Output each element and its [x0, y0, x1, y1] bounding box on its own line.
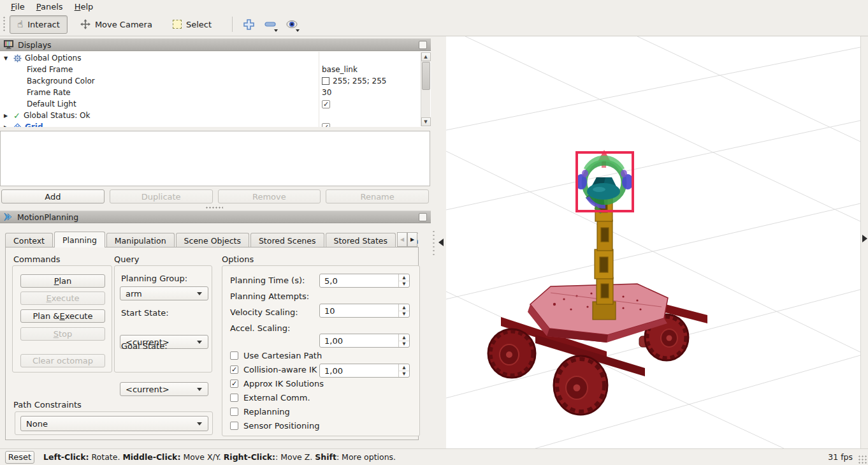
- tab-context[interactable]: Context: [5, 233, 53, 247]
- planning-attempts-spinbox[interactable]: 10 ▲▼: [319, 304, 410, 318]
- tree-row-fixed-frame[interactable]: Fixed Frame base_link: [0, 64, 431, 75]
- execute-button[interactable]: Execute: [20, 292, 105, 305]
- replanning-checkbox[interactable]: [230, 408, 238, 416]
- spin-arrows-icon[interactable]: ▲▼: [398, 304, 409, 317]
- collision-aware-ik-row: ✓ Collision-aware IK: [230, 365, 317, 374]
- approx-ik-solutions-row: ✓ Approx IK Solutions: [230, 379, 324, 388]
- panel-splitter-handle[interactable]: [205, 206, 223, 209]
- add-tool-button[interactable]: [240, 16, 257, 33]
- interact-tool-button[interactable]: ☝ Interact: [10, 15, 68, 34]
- tree-row-global-options[interactable]: ▼ Global Options: [0, 52, 431, 64]
- planning-time-spinbox[interactable]: 5,0 ▲▼: [319, 274, 410, 288]
- menu-panels[interactable]: Panels: [31, 1, 69, 12]
- expander-down-icon[interactable]: ▼: [4, 55, 10, 61]
- interact-hand-icon: ☝: [17, 20, 23, 29]
- tab-stored-states[interactable]: Stored States: [326, 233, 396, 247]
- resize-grip[interactable]: [858, 455, 867, 464]
- accel-scaling-spinbox[interactable]: 1,00 ▲▼: [319, 364, 410, 378]
- tree-label: Grid: [25, 122, 43, 127]
- remove-tool-button[interactable]: [262, 16, 278, 33]
- plan-and-execute-button[interactable]: Plan & Execute: [20, 309, 105, 323]
- scrollbar-thumb[interactable]: [422, 62, 430, 90]
- stop-button[interactable]: Stop: [20, 327, 105, 341]
- eye-icon: [286, 20, 298, 29]
- tree-row-grid[interactable]: ▶ Grid ✓: [0, 121, 431, 127]
- scroll-up-icon[interactable]: ▲: [421, 52, 431, 61]
- add-display-button[interactable]: Add: [1, 189, 105, 203]
- reset-button[interactable]: Reset: [5, 451, 34, 464]
- statusbar: Reset Left-Click: Rotate. Middle-Click: …: [0, 448, 868, 465]
- color-swatch: [322, 77, 329, 85]
- replanning-row: Replanning: [230, 407, 290, 417]
- plan-button[interactable]: Plan: [20, 274, 105, 288]
- grid-checkbox[interactable]: ✓: [322, 123, 330, 128]
- scroll-down-icon[interactable]: ▼: [421, 117, 431, 126]
- clear-octomap-button[interactable]: Clear octomap: [20, 354, 105, 367]
- sensor-positioning-checkbox[interactable]: [230, 422, 238, 430]
- default-light-checkbox[interactable]: ✓: [322, 100, 330, 108]
- goal-state-combo[interactable]: <current>: [120, 382, 208, 396]
- path-constraints-combo[interactable]: None: [20, 416, 208, 431]
- collapse-right-icon[interactable]: [862, 235, 867, 242]
- 3d-viewport[interactable]: [446, 36, 860, 448]
- viewport-splitter[interactable]: [431, 36, 446, 448]
- camera-focus-tool-button[interactable]: [284, 16, 300, 33]
- motionplanning-panel-header[interactable]: MotionPlanning: [0, 210, 431, 223]
- frame-rate-value[interactable]: 30: [322, 88, 331, 97]
- planning-group-combo[interactable]: arm: [120, 286, 208, 300]
- tab-planning[interactable]: Planning: [54, 232, 105, 247]
- spin-arrows-icon[interactable]: ▲▼: [398, 334, 409, 347]
- external-comm-row: External Comm.: [230, 393, 310, 402]
- menu-help[interactable]: Help: [69, 1, 99, 12]
- collision-aware-ik-checkbox[interactable]: ✓: [230, 365, 238, 374]
- motionplanning-tabs: Context Planning Manipulation Scene Obje…: [5, 232, 419, 247]
- move-camera-tool-button[interactable]: Move Camera: [73, 15, 160, 34]
- displays-panel-hide-button[interactable]: [419, 41, 427, 49]
- minus-icon: [264, 22, 276, 27]
- menubar: File Panels Help: [0, 0, 868, 13]
- duplicate-display-button[interactable]: Duplicate: [110, 189, 213, 203]
- approx-ik-solutions-checkbox[interactable]: ✓: [230, 380, 238, 388]
- menu-file[interactable]: File: [5, 1, 31, 12]
- tab-stored-scenes[interactable]: Stored Scenes: [250, 233, 324, 247]
- remove-display-button[interactable]: Remove: [218, 189, 321, 203]
- viewport-canvas[interactable]: [446, 36, 860, 448]
- collapse-left-icon[interactable]: [438, 239, 444, 246]
- velocity-scaling-label: Velocity Scaling:: [230, 307, 298, 317]
- displays-panel-header[interactable]: Displays: [0, 38, 431, 51]
- velocity-scaling-spinbox[interactable]: 1,00 ▲▼: [319, 334, 410, 348]
- fixed-frame-value[interactable]: base_link: [322, 65, 358, 74]
- expander-right-icon[interactable]: ▶: [4, 113, 10, 119]
- display-description-box: [0, 131, 430, 186]
- tree-row-background-color[interactable]: Background Color 255; 255; 255: [0, 75, 431, 87]
- gear-icon: [13, 54, 22, 63]
- external-comm-checkbox[interactable]: [230, 394, 238, 402]
- background-color-value[interactable]: 255; 255; 255: [322, 77, 386, 85]
- expander-right-icon[interactable]: ▶: [4, 124, 10, 128]
- displays-buttons-row: Add Duplicate Remove Rename: [1, 189, 429, 203]
- fps-counter: 31 fps: [828, 452, 853, 462]
- tree-scrollbar[interactable]: ▲ ▼: [421, 52, 430, 126]
- path-constraints-label: Path Constraints: [13, 400, 82, 410]
- tree-row-global-status[interactable]: ▶ ✓ Global Status: Ok: [0, 110, 431, 121]
- tab-manipulation[interactable]: Manipulation: [106, 233, 175, 247]
- rename-display-button[interactable]: Rename: [326, 189, 429, 203]
- motionplanning-panel-hide-button[interactable]: [419, 213, 427, 221]
- select-tool-button[interactable]: Select: [165, 15, 219, 34]
- spin-arrows-icon[interactable]: ▲▼: [398, 364, 409, 377]
- tabs-scroll-left-icon[interactable]: ◀: [397, 232, 407, 247]
- tree-row-default-light[interactable]: Default Light ✓: [0, 98, 431, 110]
- tree-row-frame-rate[interactable]: Frame Rate 30: [0, 87, 431, 98]
- toolbar-drag-handle[interactable]: [3, 16, 6, 33]
- interactive-marker[interactable]: [575, 150, 633, 212]
- right-panel-strip[interactable]: [860, 36, 868, 448]
- tree-label: Global Status: Ok: [24, 111, 90, 120]
- tabs-scroll-right-icon[interactable]: ▶: [407, 232, 417, 247]
- displays-monitor-icon: [4, 40, 13, 49]
- spin-arrows-icon[interactable]: ▲▼: [398, 274, 409, 287]
- query-group: Planning Group: arm Start State: <curren…: [114, 265, 212, 373]
- wheel: [488, 329, 535, 378]
- tab-scene-objects[interactable]: Scene Objects: [176, 233, 249, 247]
- use-cartesian-path-checkbox[interactable]: [230, 351, 238, 360]
- start-state-label: Start State:: [121, 308, 169, 318]
